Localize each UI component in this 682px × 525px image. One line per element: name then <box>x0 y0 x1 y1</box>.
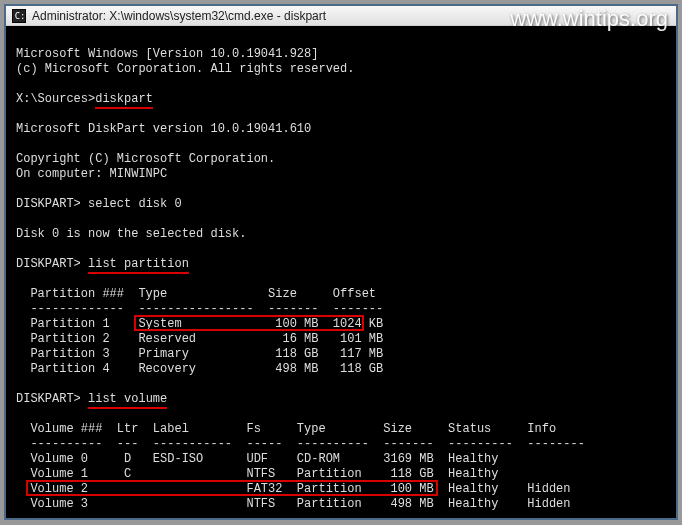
part-row-2: Partition 2 Reserved 16 MB 101 MB <box>16 332 383 346</box>
dp-prompt-1: DISKPART> <box>16 197 88 211</box>
dp-prompt-3: DISKPART> <box>16 392 88 406</box>
vol-row-0: Volume 0 D ESD-ISO UDF CD-ROM 3169 MB He… <box>16 452 498 466</box>
cmd-window: C: Administrator: X:\windows\system32\cm… <box>4 4 678 520</box>
terminal[interactable]: Microsoft Windows [Version 10.0.19041.92… <box>6 26 676 518</box>
vol-divider: ---------- --- ----------- ----- -------… <box>16 437 585 451</box>
line-oncomp: On computer: MINWINPC <box>16 167 167 181</box>
line-copyright: (c) Microsoft Corporation. All rights re… <box>16 62 354 76</box>
line-selected: Disk 0 is now the selected disk. <box>16 227 246 241</box>
vol-header: Volume ### Ltr Label Fs Type Size Status… <box>16 422 556 436</box>
part-divider: ------------- ---------------- ------- -… <box>16 302 383 316</box>
part-row-1: Partition 1 System 100 MB 1024 KB <box>16 317 383 331</box>
watermark: www.wintips.org <box>510 6 668 32</box>
dp-prompt-2: DISKPART> <box>16 257 88 271</box>
vol-row-1: Volume 1 C NTFS Partition 118 GB Healthy <box>16 467 498 481</box>
cmd-icon: C: <box>12 9 26 23</box>
part-row-3: Partition 3 Primary 118 GB 117 MB <box>16 347 383 361</box>
cmd-diskpart: diskpart <box>95 92 153 109</box>
titlebar-text: Administrator: X:\windows\system32\cmd.e… <box>32 9 326 23</box>
line-dpver: Microsoft DiskPart version 10.0.19041.61… <box>16 122 311 136</box>
part-row-4: Partition 4 Recovery 498 MB 118 GB <box>16 362 383 376</box>
part-header: Partition ### Type Size Offset <box>16 287 376 301</box>
cmd-list-partition: list partition <box>88 257 189 274</box>
cmd-list-volume: list volume <box>88 392 167 409</box>
svg-text:C:: C: <box>15 10 26 20</box>
cmd-select-disk: select disk 0 <box>88 197 182 211</box>
prompt-sources: X:\Sources> <box>16 92 95 106</box>
vol-row-3: Volume 3 NTFS Partition 498 MB Healthy H… <box>16 497 571 511</box>
line-dpcopy: Copyright (C) Microsoft Corporation. <box>16 152 275 166</box>
line-winver: Microsoft Windows [Version 10.0.19041.92… <box>16 47 318 61</box>
vol-row-2: Volume 2 FAT32 Partition 100 MB Healthy … <box>16 482 571 496</box>
